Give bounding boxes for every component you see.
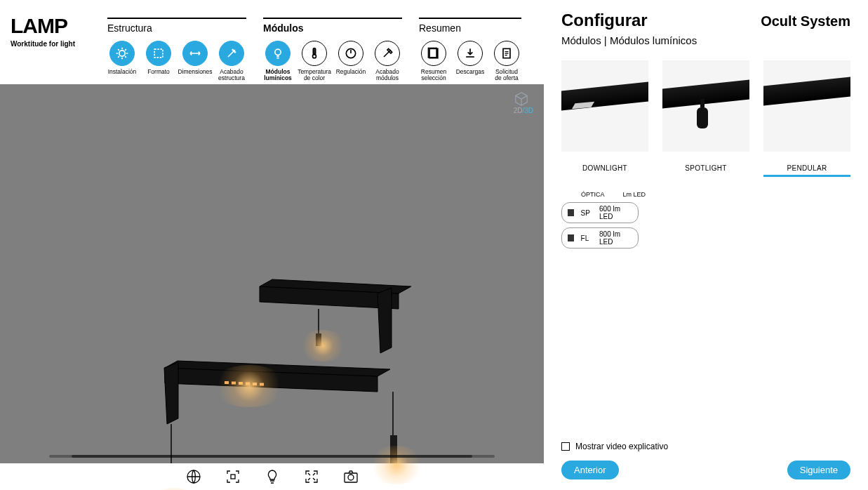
brand-logo: LAMP Worktitude for light [0, 0, 107, 84]
svg-rect-18 [390, 435, 397, 463]
panel-title: Configurar [561, 11, 648, 30]
dimensiones-icon [182, 41, 208, 66]
svg-rect-21 [225, 381, 229, 384]
focus-icon[interactable] [224, 468, 242, 486]
card-thumb [763, 60, 850, 152]
step-descargas[interactable]: Descargas [455, 41, 485, 82]
checkbox-icon [568, 209, 574, 216]
instalacion-icon [109, 41, 135, 66]
checkbox-icon [568, 234, 574, 241]
logo-text: LAMP [11, 18, 67, 34]
camera-icon[interactable] [342, 468, 360, 486]
option-fl[interactable]: FL800 lm LED [561, 227, 639, 249]
acabado-estructura-icon [219, 41, 244, 66]
col-optica: ÓPTICA [581, 191, 605, 198]
temperatura-icon [302, 41, 327, 66]
card-thumb [662, 60, 749, 152]
acabado-modulos-icon [375, 41, 400, 66]
svg-point-0 [119, 51, 125, 56]
product-name: Ocult System [761, 13, 850, 29]
card-downlight[interactable]: DOWNLIGHT [561, 60, 648, 177]
step-instalacion[interactable]: Instalación [107, 41, 137, 82]
svg-rect-1 [154, 49, 163, 58]
viewer-scrollbar[interactable] [49, 455, 495, 458]
stepgroup-2: Resumen [419, 18, 521, 37]
col-lm: Lm LED [623, 191, 646, 198]
svg-rect-31 [700, 99, 705, 107]
card-label: PENDULAR [787, 164, 827, 172]
step-modulos-luminicos[interactable]: Módulos lumínicos [263, 41, 293, 82]
card-thumb [561, 60, 648, 152]
svg-rect-26 [260, 383, 264, 386]
stepgroup-1: Módulos [263, 18, 402, 37]
step-solicitud-oferta[interactable]: Solicitud de oferta [492, 41, 521, 82]
logo-tagline: Worktitude for light [11, 40, 107, 48]
svg-rect-16 [316, 333, 321, 346]
svg-marker-11 [378, 288, 392, 353]
viewer-toolbar [0, 463, 544, 490]
svg-rect-32 [697, 107, 708, 128]
render-scene [0, 84, 544, 463]
resumen-seleccion-icon [421, 41, 446, 66]
svg-rect-25 [253, 383, 257, 385]
breadcrumb: Módulos | Módulos lumínicos [561, 34, 850, 46]
step-resumen-seleccion[interactable]: Resumen selección [419, 41, 448, 82]
option-sp[interactable]: SP600 lm LED [561, 202, 639, 223]
svg-point-2 [275, 49, 281, 55]
stepgroup-0: Estructura [107, 18, 246, 37]
svg-point-30 [348, 475, 354, 480]
globe-icon[interactable] [185, 468, 203, 486]
svg-marker-14 [164, 362, 178, 424]
card-label: SPOTLIGHT [685, 164, 726, 172]
descargas-icon [458, 41, 483, 66]
svg-rect-23 [239, 382, 243, 385]
bulb-icon[interactable] [263, 468, 281, 486]
prev-button[interactable]: Anterior [561, 461, 619, 479]
modulos-luminicos-icon [265, 41, 291, 66]
module-cards: DOWNLIGHTSPOTLIGHTPENDULAR [561, 60, 850, 177]
checkbox-icon [561, 442, 570, 451]
svg-rect-24 [246, 383, 250, 385]
svg-rect-22 [232, 382, 236, 385]
step-acabado-estructura[interactable]: Acabado estructura [217, 41, 246, 82]
step-bar: EstructuraInstalaciónFormatoDimensionesA… [107, 0, 544, 84]
show-video-checkbox[interactable]: Mostrar video explicativo [561, 442, 668, 451]
step-regulacion[interactable]: Regulación [336, 41, 366, 82]
step-temperatura[interactable]: Temperatura de color [300, 41, 329, 82]
regulacion-icon [338, 41, 363, 66]
card-pendular[interactable]: PENDULAR [763, 60, 850, 177]
solicitud-oferta-icon [494, 41, 519, 66]
card-spotlight[interactable]: SPOTLIGHT [662, 60, 749, 177]
svg-rect-28 [231, 475, 235, 479]
formato-icon [146, 41, 171, 66]
card-label: DOWNLIGHT [582, 164, 627, 172]
step-formato[interactable]: Formato [144, 41, 173, 82]
viewer-3d[interactable]: 2D/3D [0, 84, 544, 463]
next-button[interactable]: Siguiente [787, 461, 850, 479]
fullscreen-icon[interactable] [302, 468, 321, 486]
step-dimensiones[interactable]: Dimensiones [180, 41, 210, 82]
step-acabado-modulos[interactable]: Acabado módulos [373, 41, 402, 82]
